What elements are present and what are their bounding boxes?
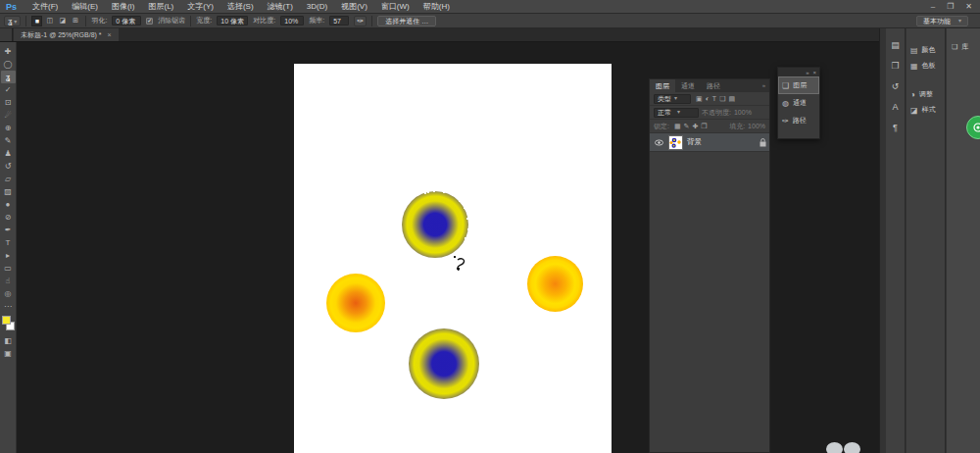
menu-item[interactable]: 图层(L) [141,0,180,14]
filter-kind-select[interactable]: 类型 ▾ [654,94,691,104]
magnetic-lasso-tool[interactable]: ʓ [1,71,16,83]
character-panel-icon[interactable]: A [892,102,898,112]
float-paths-item[interactable]: ✑ 路径 [778,112,819,129]
menu-item[interactable]: 选择(S) [220,0,261,14]
brush-tool[interactable]: ✎ [1,134,16,147]
float-layers-item[interactable]: ❏ 图层 [778,76,819,94]
gradient-tool[interactable]: ▨ [1,185,16,198]
actions-panel-icon[interactable]: ↺ [892,81,900,91]
frequency-input[interactable]: 57 [329,16,349,25]
width-input[interactable]: 10 像素 [217,16,248,25]
divider [371,16,372,26]
close-dock-icon[interactable]: × [812,70,816,76]
info-panel-icon[interactable]: ▤ [891,40,900,50]
menu-item[interactable]: 帮助(H) [416,0,457,14]
eyedropper-tool[interactable]: ☄ [1,109,16,122]
menu-item[interactable]: 窗口(W) [374,0,416,14]
pen-tool[interactable]: ✒ [1,224,16,236]
menu-item[interactable]: 文件(F) [25,0,65,14]
workspace-label: 基本功能 [923,17,951,25]
filter-type-layers-icon[interactable]: T [712,95,716,103]
panel-label: 通道 [793,98,807,108]
layer-thumbnail[interactable] [668,135,683,150]
crop-tool[interactable]: ⊡ [1,96,16,109]
move-tool[interactable]: ✚ [1,45,16,58]
layers-tab[interactable]: 图层 [650,79,675,92]
channels-tab[interactable]: 通道 [675,79,701,92]
panel-icon: ▤ [910,46,918,55]
eraser-tool[interactable]: ▱ [1,173,16,185]
filter-adjustment-layers-icon[interactable]: ◐ [706,95,710,103]
tool-preset-picker[interactable]: ʓ ▾ [4,16,21,26]
blue-ring-circle-bottom [409,328,479,399]
blend-mode-value: 正常 [658,108,671,117]
close-button[interactable]: ✕ [965,2,972,11]
menu-item[interactable]: 编辑(E) [65,0,105,14]
lock-paint-icon[interactable]: ✎ [684,123,690,130]
antialias-checkbox[interactable]: ✓ [146,18,153,25]
paths-tab[interactable]: 路径 [701,79,726,92]
fill-value[interactable]: 100% [748,123,765,129]
blur-tool[interactable]: ● [1,198,16,211]
pen-pressure-icon[interactable]: ✑ [354,16,367,26]
new-selection-mode[interactable]: ■ [31,16,42,26]
filter-pixel-layers-icon[interactable]: ▣ [696,95,703,103]
blend-mode-select[interactable]: 正常 ▾ [654,108,699,118]
adjustments-panel-button[interactable]: ◑ 调整 [906,86,945,102]
color-panel-button[interactable]: ▤ 颜色 [906,42,945,58]
dodge-tool[interactable]: ⊘ [1,211,16,224]
overlay-ellipse [826,442,843,453]
hand-tool[interactable]: ☝ [1,275,16,287]
collapse-dock-icon[interactable]: » [806,70,808,76]
document-canvas[interactable] [294,64,612,453]
quick-mask-button[interactable]: ◧ [1,334,16,347]
filter-kind-label: 类型 [658,94,671,103]
intersect-selection-mode[interactable]: ⊞ [70,16,80,26]
edit-toolbar-button[interactable]: ⋯ [1,300,16,313]
elliptical-marquee-tool[interactable]: ◯ [1,58,16,71]
lock-transparency-icon[interactable]: ▦ [674,123,681,130]
clone-stamp-tool[interactable]: ♟ [1,147,16,160]
history-brush-tool[interactable]: ↺ [1,160,16,173]
menu-item[interactable]: 图像(I) [105,0,142,14]
screen-mode-button[interactable]: ▣ [1,347,16,360]
feather-input[interactable]: 0 像素 [112,16,141,25]
tools-dock-toggle[interactable] [0,28,13,41]
history-panel-icon[interactable]: ❐ [891,61,899,71]
restore-button[interactable]: ❐ [947,2,954,11]
layer-filter-row: 类型 ▾ ▣◐T❏▤ [650,92,769,106]
rectangle-tool[interactable]: ▭ [1,262,16,275]
document-tab[interactable]: 未标题-1 @ 25%(RGB/8) * × [14,28,119,41]
styles-panel-button[interactable]: ◪ 样式 [906,102,945,118]
paragraph-panel-icon[interactable]: ¶ [893,123,898,132]
lock-position-icon[interactable]: ✚ [692,123,698,130]
swatches-panel-button[interactable]: ▦ 色板 [906,58,945,74]
filter-shape-layers-icon[interactable]: ❏ [719,95,725,103]
chevron-down-icon: ▾ [674,94,677,103]
opacity-value[interactable]: 100% [734,109,752,116]
collapse-panel-icon[interactable]: » [762,79,769,92]
float-channels-item[interactable]: ◍ 通道 [778,94,819,112]
foreground-color-swatch[interactable] [2,316,11,325]
filter-smart-objects-icon[interactable]: ▤ [728,95,735,103]
subtract-from-selection-mode[interactable]: ◪ [57,16,68,26]
tab-close-icon[interactable]: × [108,31,112,38]
quick-selection-tool[interactable]: ✓ [1,83,16,96]
lock-artboard-icon[interactable]: ❐ [701,123,707,130]
contrast-input[interactable]: 10% [280,16,304,25]
menu-item[interactable]: 视图(V) [334,0,374,14]
background-layer-row[interactable]: 背景 [650,133,769,152]
layer-visibility-toggle[interactable] [653,139,664,146]
add-to-selection-mode[interactable]: ◫ [44,16,55,26]
menu-item[interactable]: 滤镜(T) [261,0,300,14]
path-selection-tool[interactable]: ▸ [1,249,16,262]
type-tool[interactable]: T [1,236,16,249]
workspace-switcher[interactable]: 基本功能 ▾ [916,16,968,26]
menu-item[interactable]: 文字(Y) [180,0,220,14]
minimize-button[interactable]: – [931,2,935,11]
spot-healing-brush-tool[interactable]: ⊕ [1,122,16,134]
zoom-tool[interactable]: ◎ [1,287,16,300]
select-and-mask-button[interactable]: 选择并遮住 … [377,16,436,26]
libraries-panel-button[interactable]: ❏ 库 [947,28,980,52]
menu-item[interactable]: 3D(D) [300,0,334,14]
